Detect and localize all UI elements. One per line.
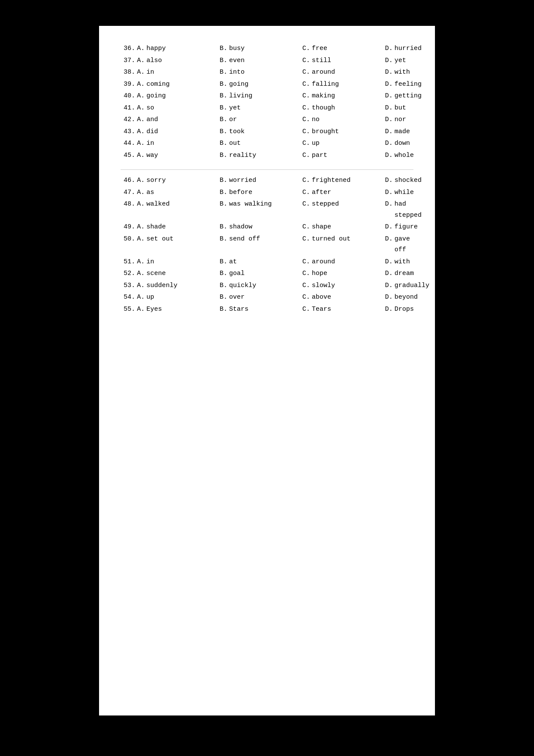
option-c-label: C. [302, 199, 312, 210]
option-b-label: B. [220, 187, 229, 198]
question-row: 52.A.sceneB.goalC.hopeD.dream [121, 268, 413, 279]
question-row: 43.A.didB.tookC.broughtD.made [121, 126, 413, 137]
option-b-label: B. [220, 256, 229, 268]
option-d-label: D. [385, 79, 394, 90]
option-a-label: A. [137, 187, 146, 198]
option-b-label: B. [220, 126, 229, 137]
option-c-label: C. [302, 222, 312, 233]
option-a-label: A. [137, 79, 146, 90]
option-d-text: with [394, 256, 410, 268]
option-b-label: B. [220, 150, 229, 161]
option-b-text: Stars [229, 304, 302, 315]
option-d-text: while [394, 187, 414, 198]
option-a-label: A. [137, 55, 146, 66]
option-a-text: sorry [146, 175, 220, 186]
option-c-text: hope [312, 268, 385, 279]
option-a-label: A. [137, 67, 146, 78]
section-divider [121, 169, 413, 170]
option-a-text: in [146, 256, 220, 268]
option-c-text: still [312, 55, 385, 66]
option-d-text: had stepped [394, 199, 422, 221]
option-c-text: Tears [312, 304, 385, 315]
option-c-text: part [312, 150, 385, 161]
option-b-text: out [229, 138, 302, 149]
option-d-text: yet [394, 55, 406, 66]
option-c-text: stepped [312, 199, 385, 210]
question-number: 47. [121, 187, 137, 198]
option-a-text: so [146, 103, 220, 114]
option-b-label: B. [220, 103, 229, 114]
option-c-text: around [312, 67, 385, 78]
option-c-text: brought [312, 126, 385, 137]
question-row: 53.A.suddenlyB.quicklyC.slowlyD.graduall… [121, 280, 413, 291]
option-a-text: set out [146, 234, 220, 245]
option-b-label: B. [220, 268, 229, 279]
option-b-text: going [229, 79, 302, 90]
option-d-text: figure [394, 222, 418, 233]
option-a-label: A. [137, 256, 146, 268]
question-row: 45.A.wayB.realityC.partD.whole [121, 150, 413, 161]
option-d-label: D. [385, 126, 394, 137]
option-a-label: A. [137, 292, 146, 303]
option-d-label: D. [385, 103, 394, 114]
option-b-label: B. [220, 280, 229, 291]
option-a-text: in [146, 138, 220, 149]
option-a-text: shade [146, 222, 220, 233]
option-a-label: A. [137, 150, 146, 161]
option-c-text: falling [312, 79, 385, 90]
option-b-text: before [229, 187, 302, 198]
question-number: 48. [121, 199, 137, 210]
option-c-text: slowly [312, 280, 385, 291]
option-c-label: C. [302, 103, 312, 114]
question-number: 46. [121, 175, 137, 186]
question-number: 55. [121, 304, 137, 315]
option-c-text: no [312, 114, 385, 125]
option-a-text: as [146, 187, 220, 198]
option-a-label: A. [137, 304, 146, 315]
option-b-label: B. [220, 79, 229, 90]
option-d-text: beyond [394, 292, 418, 303]
question-number: 38. [121, 67, 137, 78]
question-group-2: 46.A.sorryB.worriedC.frightenedD.shocked… [121, 175, 413, 315]
option-a-text: going [146, 91, 220, 102]
option-d-text: gave off [394, 234, 413, 256]
question-number: 37. [121, 55, 137, 66]
question-row: 38.A.inB.intoC.aroundD.with [121, 67, 413, 78]
option-a-label: A. [137, 91, 146, 102]
option-d-label: D. [385, 268, 394, 279]
option-b-text: send off [229, 234, 302, 245]
option-d-text: feeling [394, 79, 422, 90]
option-d-label: D. [385, 234, 394, 245]
question-group-1: 36.A.happyB.busyC.freeD.hurried37.A.also… [121, 43, 413, 161]
option-b-label: B. [220, 175, 229, 186]
option-c-text: free [312, 43, 385, 54]
option-c-label: C. [302, 256, 312, 268]
option-a-label: A. [137, 114, 146, 125]
option-d-text: gradually [394, 280, 429, 291]
option-b-label: B. [220, 67, 229, 78]
option-d-label: D. [385, 55, 394, 66]
option-b-label: B. [220, 114, 229, 125]
option-c-text: shape [312, 222, 385, 233]
option-b-text: goal [229, 268, 302, 279]
option-c-text: after [312, 187, 385, 198]
option-b-text: shadow [229, 222, 302, 233]
option-a-text: also [146, 55, 220, 66]
option-a-label: A. [137, 43, 146, 54]
option-d-text: getting [394, 91, 422, 102]
option-d-label: D. [385, 67, 394, 78]
option-c-text: making [312, 91, 385, 102]
question-number: 53. [121, 280, 137, 291]
question-row: 40.A.goingB.livingC.makingD.getting [121, 91, 413, 102]
option-d-text: nor [394, 114, 406, 125]
option-a-text: way [146, 150, 220, 161]
question-number: 44. [121, 138, 137, 149]
option-a-text: Eyes [146, 304, 220, 315]
option-c-label: C. [302, 175, 312, 186]
option-a-text: suddenly [146, 280, 220, 291]
question-row: 49.A.shadeB.shadowC.shapeD.figure [121, 222, 413, 233]
option-d-label: D. [385, 304, 394, 315]
option-c-text: above [312, 292, 385, 303]
option-a-text: up [146, 292, 220, 303]
option-a-text: did [146, 126, 220, 137]
